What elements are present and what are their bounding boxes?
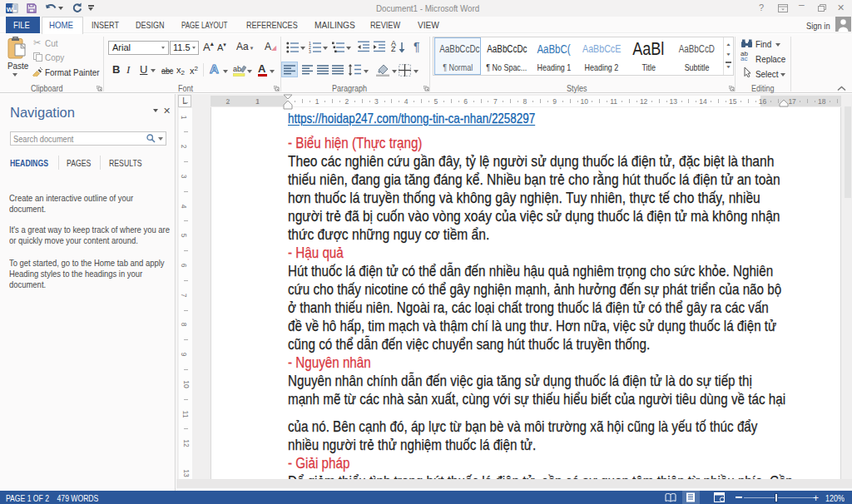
svg-text:W: W: [7, 6, 13, 13]
svg-text:ab: ab: [233, 65, 241, 73]
svg-text:3: 3: [309, 49, 311, 53]
